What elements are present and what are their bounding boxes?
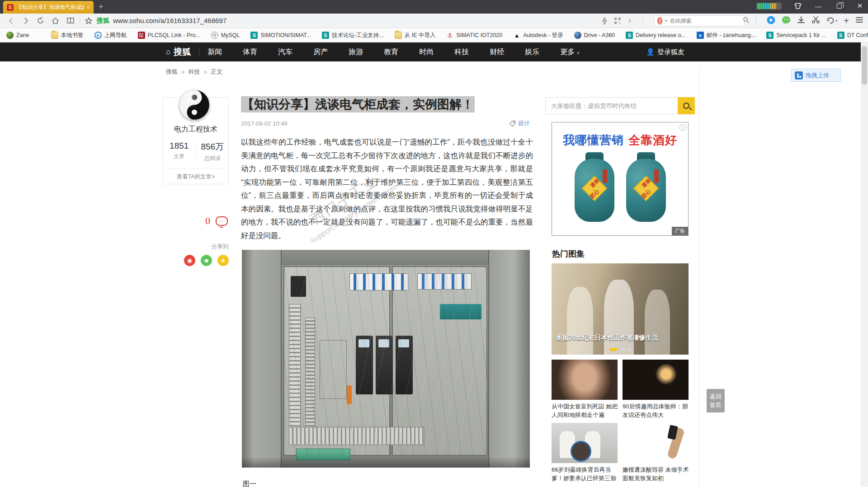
page-scrollbar[interactable] xyxy=(861,42,868,487)
forward-icon[interactable] xyxy=(22,17,30,25)
theme-skin-icon[interactable] xyxy=(794,2,802,9)
undo-caret-icon[interactable]: ▾ xyxy=(835,19,838,23)
bookmark-ie-import[interactable]: 从 IE 中导入 xyxy=(395,32,436,39)
nav-item-more[interactable]: 更多∨ xyxy=(560,47,580,57)
article-image[interactable] xyxy=(242,250,530,468)
quick-search-input[interactable] xyxy=(670,18,740,24)
new-tab-button[interactable]: + xyxy=(99,2,104,12)
reads-label: 总阅读 xyxy=(196,155,229,162)
favorite-star-icon[interactable] xyxy=(85,17,93,25)
sidebar-search-input[interactable] xyxy=(545,97,678,114)
nav-item-entertainment[interactable]: 娱乐 xyxy=(525,47,539,57)
reading-mode-icon[interactable] xyxy=(66,17,75,24)
wechat-share-icon[interactable]: ☻ xyxy=(201,255,212,266)
bookmark-mail[interactable]: o邮件 - zanehuang... xyxy=(697,32,755,39)
tab-close-icon[interactable]: × xyxy=(86,4,90,11)
comment-count[interactable]: 0 xyxy=(205,215,210,227)
scrollbar-thumb[interactable] xyxy=(862,46,867,85)
gallery-thumb-2[interactable] xyxy=(623,360,689,400)
nav-item-fashion[interactable]: 时尚 xyxy=(419,47,434,57)
restore-button[interactable] xyxy=(835,2,844,10)
reload-icon[interactable] xyxy=(36,16,45,25)
gallery-thumb-1[interactable] xyxy=(552,360,618,400)
url-field[interactable]: www.sohu.com/a/161633317_468697 xyxy=(113,17,226,24)
breadcrumb-section[interactable]: 科技 xyxy=(189,68,200,76)
ad-banner[interactable]: i 我哪懂营销全靠酒好 迷你匠心 迷你匠心 广告 xyxy=(552,122,689,236)
site-security-badge[interactable]: 搜狐 xyxy=(97,17,109,25)
bookmark-a360[interactable]: Drive - A360 xyxy=(574,32,615,39)
expand-icon[interactable] xyxy=(627,18,632,24)
bookmark-plcsql[interactable]: PLCSQLPLCSQL Link - Pro... xyxy=(138,32,200,39)
gallery-carousel[interactable]: 图揭20世纪初日本性工作者凄惨生活 xyxy=(552,263,689,355)
tag-link[interactable]: 设计 xyxy=(518,119,530,127)
bookmark-zane[interactable]: Zane xyxy=(6,32,29,39)
undo-history-icon[interactable]: ▾ xyxy=(826,17,838,24)
bookmark-simotion[interactable]: SSIMOTION/SIMAT... xyxy=(250,32,311,39)
quick-search-box[interactable]: S ▾ xyxy=(654,15,745,26)
sohu-logo[interactable]: ⌂ 搜狐 xyxy=(166,46,191,58)
wechat-plugin-icon[interactable] xyxy=(782,16,791,26)
folder-icon xyxy=(51,32,58,39)
articles-label: 文章 xyxy=(163,153,196,160)
close-button[interactable]: ✕ xyxy=(855,2,864,10)
nav-item-travel[interactable]: 旅游 xyxy=(349,47,363,57)
cabinet-right-door xyxy=(488,250,530,468)
menu-hamburger-icon[interactable] xyxy=(855,17,863,25)
author-avatar[interactable] xyxy=(179,89,210,120)
drag-upload-button[interactable]: 拖拽上传 xyxy=(791,69,841,82)
thumb-caption-3[interactable]: 66岁刘銮雄换肾后再当爹！娇妻承认已怀第三胎 xyxy=(552,465,619,482)
nav-item-sports[interactable]: 体育 xyxy=(243,47,257,57)
person-icon: 👤 xyxy=(646,48,655,56)
thumb-caption-1[interactable]: 从中国女首富到死囚 她把人间和地狱都走个遍 xyxy=(552,402,619,419)
thumb-caption-4[interactable]: 嫩模遭泼酸毁容 未做手术面貌竟恢复如初 xyxy=(623,465,690,482)
gallery-thumb-4[interactable] xyxy=(623,423,689,463)
download-icon[interactable] xyxy=(797,16,805,26)
breadcrumb-home[interactable]: 搜狐 xyxy=(166,68,178,76)
bookmark-nav-site[interactable]: e上网导航 xyxy=(94,32,127,39)
nav-item-house[interactable]: 房产 xyxy=(313,47,328,57)
active-tab[interactable]: S 【知识分享】浅谈电气柜成套，实例 × xyxy=(3,1,94,14)
carousel-dots[interactable] xyxy=(552,348,689,351)
tag-wrap[interactable]: 设计 xyxy=(509,119,530,127)
quick-search-magnifier-icon[interactable] xyxy=(743,17,749,25)
bookmark-delivery[interactable]: SDelivery release o... xyxy=(626,32,685,39)
minimize-button[interactable]: — xyxy=(814,2,823,10)
weibo-share-icon[interactable]: ◉ xyxy=(184,255,195,266)
nav-item-finance[interactable]: 财经 xyxy=(490,47,504,57)
qzone-share-icon[interactable]: ★ xyxy=(217,255,229,266)
sidebar-search-button[interactable] xyxy=(678,97,695,114)
carousel-dot-active[interactable] xyxy=(609,348,618,351)
author-name[interactable]: 电力工程技术 xyxy=(163,125,229,134)
bookmark-mysql[interactable]: MySQL xyxy=(211,32,240,39)
back-icon[interactable] xyxy=(7,17,15,25)
nav-item-news[interactable]: 新闻 xyxy=(208,47,222,57)
comment-bubble-icon[interactable]: ⋯ xyxy=(216,216,228,226)
sogou-engine-icon[interactable]: S xyxy=(657,17,662,24)
carousel-dot[interactable] xyxy=(621,348,624,351)
video-assistant-icon[interactable] xyxy=(767,16,775,26)
folder-icon xyxy=(395,32,402,39)
nav-item-auto[interactable]: 汽车 xyxy=(278,47,292,57)
carousel-dot[interactable] xyxy=(628,348,631,351)
nav-item-education[interactable]: 教育 xyxy=(384,47,398,57)
gallery-thumb-3[interactable] xyxy=(552,423,618,463)
home-icon[interactable] xyxy=(51,17,60,25)
engine-caret-icon[interactable]: ▾ xyxy=(665,19,667,23)
bookmark-autodesk[interactable]: ▲Autodesk - 登录 xyxy=(513,32,563,39)
bookmark-dt-configurator[interactable]: SDT Configurator: ... xyxy=(837,32,868,39)
login-button[interactable]: 👤 登录狐友 xyxy=(646,48,684,56)
screenshot-scissors-icon[interactable] xyxy=(811,16,820,26)
qr-code-icon[interactable] xyxy=(614,17,621,24)
view-author-articles-link[interactable]: 查看TA的文章> xyxy=(163,173,229,181)
add-gadget-icon[interactable]: + xyxy=(844,16,849,26)
lightning-icon[interactable] xyxy=(602,17,608,25)
nav-item-tech[interactable]: 科技 xyxy=(454,47,469,57)
thumb-caption-2[interactable]: 90后情趣用品体验师：朋友说还有点伟大 xyxy=(623,402,690,419)
bookmark-forum[interactable]: S技术论坛-工业支持... xyxy=(322,32,384,39)
bookmark-iot2020[interactable]: ⚓SIMATIC IOT2020 xyxy=(446,32,502,39)
ad-info-icon[interactable]: i xyxy=(679,124,686,131)
bookmark-servicepack[interactable]: SServicepack 1 für ... xyxy=(766,32,826,39)
bookmark-local[interactable]: 本地书签 xyxy=(51,32,84,39)
cabinet-left-door xyxy=(242,250,282,468)
back-to-home-button[interactable]: 返回首页 xyxy=(707,389,725,412)
